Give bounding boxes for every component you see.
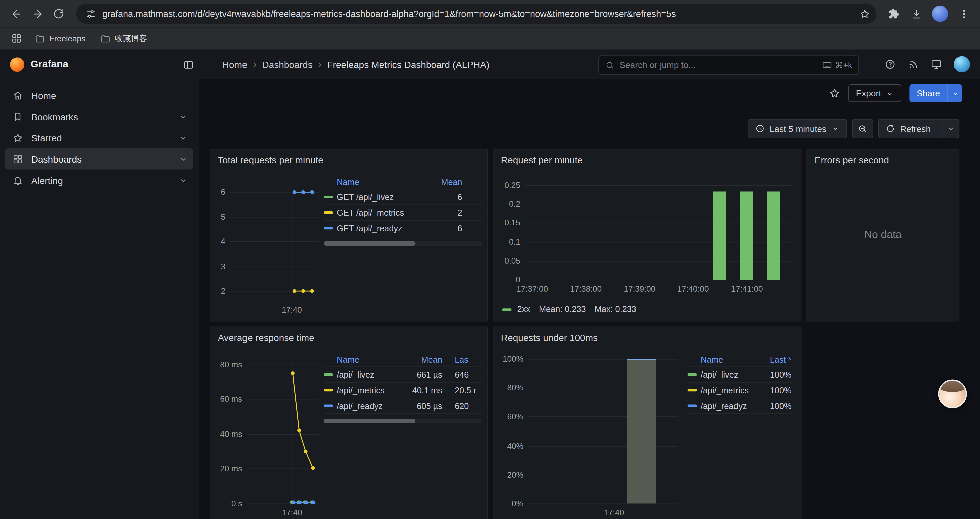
sidebar-item-alerting[interactable]: Alerting [5, 169, 193, 191]
series-name[interactable]: GET /api/_livez [337, 192, 423, 202]
legend-row: GET /api/_readyz 6 [323, 221, 482, 236]
breadcrumb-home[interactable]: Home [223, 59, 248, 70]
panel-title[interactable]: Requests under 100ms [501, 332, 598, 343]
series-name[interactable]: GET /api/_readyz [337, 224, 423, 233]
monitor-icon[interactable] [931, 59, 942, 70]
series-name[interactable]: /api/_readyz [337, 401, 401, 410]
share-button[interactable]: Share [909, 85, 962, 102]
scrollbar-thumb[interactable] [323, 241, 415, 246]
bookmark-label: Freeleaps [49, 34, 85, 43]
series-name[interactable]: /api/_metrics [701, 385, 757, 395]
panel-title[interactable]: Request per minute [501, 155, 583, 165]
help-icon[interactable] [884, 59, 896, 70]
chart-plot-area[interactable]: 100%80%60%40%20%0%17:40 [528, 359, 678, 504]
panel-title[interactable]: Errors per second [815, 155, 889, 165]
sidebar-item-starred[interactable]: Starred [5, 127, 193, 148]
sidebar-item-dashboards[interactable]: Dashboards [5, 148, 193, 170]
forward-icon[interactable] [27, 4, 48, 24]
favorite-star-icon[interactable] [829, 88, 840, 99]
gridline [248, 365, 319, 366]
bookmark-blog-folder[interactable]: 收藏博客 [95, 30, 152, 47]
zoom-out-button[interactable] [852, 119, 873, 138]
legend-scrollbar[interactable] [323, 241, 482, 246]
chart-plot-area[interactable]: 80 ms60 ms40 ms20 ms0 s17:40 [248, 360, 319, 504]
search-box[interactable]: ⌘+k [598, 55, 859, 75]
legend-col-mean[interactable]: Mean [427, 178, 462, 187]
legend-col-last[interactable]: Las [455, 355, 482, 365]
header-icons [884, 50, 970, 79]
y-axis-tick: 80 ms [220, 360, 242, 369]
series-name[interactable]: /api/_metrics [337, 385, 401, 395]
export-button[interactable]: Export [848, 85, 901, 102]
series-name[interactable]: /api/_livez [337, 370, 401, 379]
legend-col-name[interactable]: Name [701, 355, 757, 365]
series-name[interactable]: /api/_livez [701, 370, 757, 379]
assistant-avatar[interactable] [938, 380, 967, 409]
y-axis-tick: 2 [221, 286, 226, 295]
site-settings-icon[interactable] [84, 7, 97, 21]
scrollbar-thumb[interactable] [323, 419, 415, 423]
no-data-message: No data [807, 229, 959, 241]
chart-plot-area[interactable]: 6543217:40 [231, 186, 319, 301]
y-axis-tick: 60 ms [220, 394, 242, 404]
gridline [231, 217, 319, 217]
back-icon[interactable] [6, 4, 26, 24]
clock-icon [755, 124, 765, 133]
series-name[interactable]: 2xx [517, 305, 530, 314]
rss-icon[interactable] [908, 59, 919, 70]
panel-title[interactable]: Total requests per minute [218, 155, 323, 165]
search-input[interactable] [620, 60, 817, 70]
refresh-interval-dropdown[interactable] [943, 120, 959, 137]
browser-menu-icon[interactable] [954, 4, 974, 24]
series-color-dash [323, 196, 333, 198]
gridline [525, 223, 792, 224]
chevron-down-icon[interactable] [179, 175, 188, 185]
sidebar-toggle-icon[interactable] [179, 55, 199, 75]
series-last: 20.5 r [455, 385, 482, 395]
chevron-down-icon[interactable] [179, 154, 188, 164]
user-avatar[interactable] [954, 56, 970, 73]
brand-title[interactable]: Grafana [31, 59, 68, 70]
chevron-down-icon[interactable] [179, 112, 188, 121]
apps-grid-icon[interactable] [7, 30, 25, 47]
y-axis-tick: 0% [512, 498, 523, 508]
legend-col-name[interactable]: Name [337, 355, 401, 365]
legend-col-mean[interactable]: Mean [405, 355, 442, 365]
breadcrumb-dashboards[interactable]: Dashboards [262, 59, 312, 70]
url-bar[interactable]: grafana.mathmast.com/d/deytv4rwavabkb/fr… [76, 4, 876, 24]
legend-col-last[interactable]: Last * [762, 355, 792, 365]
chart-canvas [231, 186, 319, 301]
gridline [528, 417, 678, 417]
share-label[interactable]: Share [909, 85, 948, 102]
browser-profile-avatar[interactable] [932, 6, 948, 22]
refresh-action[interactable]: Refresh [879, 120, 938, 137]
gridline [525, 260, 792, 261]
series-color-dash [323, 227, 333, 230]
sidebar-item-label: Dashboards [31, 153, 82, 164]
sidebar-item-bookmarks[interactable]: Bookmarks [5, 105, 193, 127]
downloads-icon[interactable] [906, 4, 926, 24]
screen: grafana.mathmast.com/d/deytv4rwavabkb/fr… [0, 0, 980, 519]
legend-col-name[interactable]: Name [337, 178, 423, 187]
bookmark-freeleaps[interactable]: Freeleaps [30, 31, 91, 46]
extensions-icon[interactable] [884, 4, 904, 24]
chevron-down-icon [886, 89, 894, 97]
series-color-dash [502, 308, 511, 310]
panel-title[interactable]: Average response time [218, 332, 314, 343]
reload-icon[interactable] [49, 4, 69, 24]
legend-scrollbar[interactable] [323, 419, 482, 423]
chart-plot-area[interactable]: 0.250.20.150.10.05017:37:0017:38:0017:39… [525, 185, 792, 279]
series-name[interactable]: /api/_readyz [701, 401, 757, 410]
chevron-down-icon[interactable] [179, 133, 188, 142]
bookmark-star-icon[interactable] [856, 6, 873, 22]
time-range-picker[interactable]: Last 5 minutes [748, 119, 847, 138]
chart-canvas [528, 359, 678, 504]
export-label: Export [856, 88, 881, 98]
legend-table: Name Last * /api/_livez 100% /api/_metri… [688, 353, 794, 414]
share-dropdown[interactable] [948, 85, 962, 102]
grafana-logo[interactable] [10, 57, 24, 72]
series-name[interactable]: GET /api/_metrics [337, 208, 423, 217]
sidebar-item-home[interactable]: Home [5, 85, 193, 106]
gridline [231, 192, 319, 193]
gridline [525, 185, 792, 186]
